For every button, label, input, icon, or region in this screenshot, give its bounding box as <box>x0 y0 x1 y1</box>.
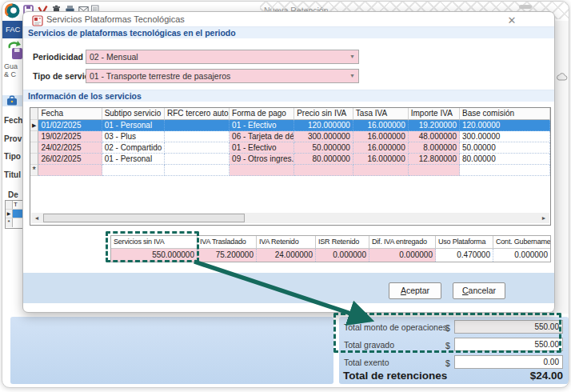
scroll-right-icon[interactable]: ► <box>538 213 549 223</box>
new-row[interactable]: * <box>30 165 550 176</box>
services-grid[interactable]: Fecha Subtipo servicio RFC tercero autor… <box>30 107 551 226</box>
screen: Nueva Retención FAC Gua & C Fech Prov Ti… <box>0 0 571 392</box>
tab-facturas[interactable]: FAC <box>2 21 23 38</box>
app-logo-icon <box>5 3 20 18</box>
right-side-strip <box>553 21 569 314</box>
chevron-down-icon: ▼ <box>349 54 355 59</box>
accept-button[interactable]: Aceptar <box>389 282 441 299</box>
uso-plataforma-value: 0.470000 <box>436 249 493 262</box>
cell[interactable] <box>165 142 230 154</box>
cell[interactable]: 09 - Otros ingres... <box>230 154 294 165</box>
cell[interactable]: 120.000000 <box>294 120 353 131</box>
new-row-marker-icon: * <box>6 218 13 227</box>
cell[interactable] <box>353 165 409 176</box>
cell[interactable]: 01 - Personal <box>102 120 165 131</box>
iva-trasladado-value: 75.200000 <box>198 249 257 262</box>
dialog-icon <box>32 15 43 26</box>
minimize-icon[interactable] <box>519 5 532 9</box>
col-isr-retenido: ISR Retenido <box>316 236 369 249</box>
close-icon[interactable]: ✕ <box>505 14 518 27</box>
cell[interactable]: 16.000000 <box>353 154 409 165</box>
cell[interactable]: 06 - Tarjeta de dé... <box>230 131 294 142</box>
col-iva-trasladado: IVA Trasladado <box>198 236 257 249</box>
col-iva-retenido: IVA Retenido <box>257 236 316 249</box>
col-tasa[interactable]: Tasa IVA <box>353 108 409 120</box>
table-row[interactable]: 19/02/2025 03 - Plus 06 - Tarjeta de dé.… <box>30 131 550 142</box>
save-close-icon[interactable] <box>6 40 24 61</box>
cell[interactable]: 16.000000 <box>353 120 409 131</box>
row-header <box>30 131 38 142</box>
cell[interactable]: 120.00000 <box>460 120 550 131</box>
cell[interactable]: 48.000000 <box>409 131 460 142</box>
dialog-section-strip: Servicios de plataformas tecnológicas en… <box>23 26 555 38</box>
annotation-box-source <box>106 231 199 262</box>
cell[interactable]: 50.000000 <box>294 142 353 154</box>
form-label-titular: Titul <box>4 170 21 179</box>
cell[interactable]: 19/02/2025 <box>38 131 102 142</box>
col-uso-plataforma: Uso Plataforma <box>436 236 493 249</box>
cell[interactable] <box>409 165 460 176</box>
iva-retenido-value: 24.000000 <box>257 249 316 262</box>
col-subtipo[interactable]: Subtipo servicio <box>102 108 165 120</box>
cell[interactable]: 8.000000 <box>409 142 460 154</box>
dialog-section-header2: Información de los servicios <box>28 91 142 101</box>
cell[interactable]: 300.00000 <box>460 131 550 142</box>
cell[interactable]: 01 - Personal <box>102 154 165 165</box>
cell[interactable]: 300.000000 <box>294 131 353 142</box>
cell[interactable]: 80.00000 <box>460 154 550 165</box>
total-retentions-label: Total de retenciones <box>343 370 447 382</box>
cell[interactable]: 16.000000 <box>353 131 409 142</box>
cell[interactable]: 01 - Efectivo <box>230 142 294 154</box>
cell[interactable] <box>165 154 230 165</box>
col-rfc[interactable]: RFC tercero autorizado <box>165 108 230 120</box>
cell[interactable] <box>294 165 353 176</box>
cell[interactable]: 03 - Plus <box>102 131 165 142</box>
col-fecha[interactable]: Fecha <box>38 108 102 120</box>
col-cont-gubernamental: Cont. Gubernamental <box>493 236 550 249</box>
row-marker-icon: ▶ <box>6 210 13 218</box>
scroll-left-icon[interactable]: ◄ <box>31 213 42 223</box>
cell[interactable] <box>102 165 165 176</box>
horizontal-scrollbar[interactable]: ◄ ► <box>31 213 549 223</box>
cell[interactable]: 16.000000 <box>353 142 409 154</box>
cell[interactable] <box>165 165 230 176</box>
table-row[interactable]: ▶ 01/02/2025 01 - Personal 01 - Efectivo… <box>30 120 550 131</box>
dif-iva-entregado-value: 0.000000 <box>369 249 436 262</box>
table-row[interactable]: 26/02/2025 01 - Personal 09 - Otros ingr… <box>30 154 550 165</box>
cell[interactable]: 26/02/2025 <box>38 154 102 165</box>
cloud-icon[interactable] <box>556 72 568 81</box>
cell[interactable]: 24/02/2025 <box>38 142 102 154</box>
col-importe[interactable]: Importe IVA <box>409 108 460 120</box>
periodicity-select[interactable]: 02 - Mensual ▼ <box>86 50 359 64</box>
new-row-marker-icon: * <box>30 165 38 176</box>
cell[interactable]: 01/02/2025 <box>38 120 102 131</box>
isr-retenido-value: 0.000000 <box>316 249 369 262</box>
row-header <box>30 142 38 154</box>
cell[interactable]: 50.00000 <box>460 142 550 154</box>
dialog-servicios-plataformas: Servicios Plataformas Tecnológicas ✕ Ser… <box>22 11 555 313</box>
save-close-caption2: & C <box>4 70 16 78</box>
table-row[interactable]: 24/02/2025 02 - Compartido 01 - Efectivo… <box>30 142 550 154</box>
cell[interactable] <box>230 165 294 176</box>
cell[interactable] <box>165 131 230 142</box>
cell[interactable] <box>38 165 102 176</box>
total-exempt-field[interactable]: 0.00 <box>454 355 563 369</box>
annotation-box-target <box>333 313 561 353</box>
scrollbar-thumb[interactable] <box>43 214 245 222</box>
cell[interactable]: 01 - Efectivo <box>230 120 294 131</box>
col-precio[interactable]: Precio sin IVA <box>294 108 353 120</box>
cell[interactable] <box>460 165 550 176</box>
cell[interactable]: 02 - Compartido <box>102 142 165 154</box>
cell[interactable] <box>165 120 230 131</box>
col-dif-iva-entregado: Dif. IVA entregado <box>369 236 436 249</box>
cell[interactable]: 80.000000 <box>294 154 353 165</box>
cancel-button[interactable]: Cancelar <box>453 282 505 299</box>
cell[interactable]: 19.200000 <box>409 120 460 131</box>
col-base-comision[interactable]: Base comisión <box>460 108 550 120</box>
detail-panel <box>10 317 333 384</box>
total-exempt-label: Total exento <box>344 358 389 367</box>
service-type-select[interactable]: 01 - Transporte terrestre de pasajeros ▼ <box>86 69 359 83</box>
cell[interactable]: 12.800000 <box>409 154 460 165</box>
col-forma-pago[interactable]: Forma de pago <box>230 108 294 120</box>
chevron-down-icon: ▼ <box>349 73 355 78</box>
